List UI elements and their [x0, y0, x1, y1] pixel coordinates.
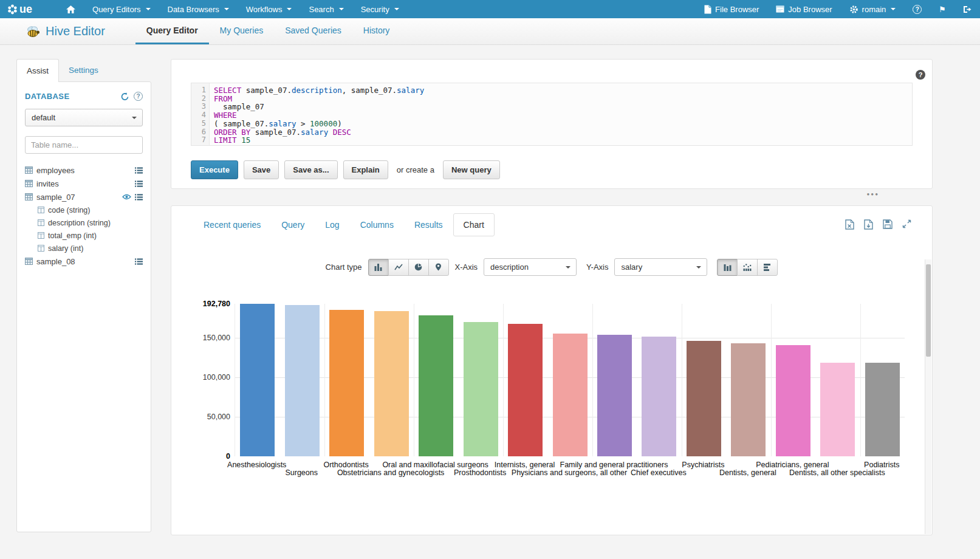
- x-axis-label: Prosthodontists: [454, 468, 506, 477]
- chart-type-bars-button[interactable]: [368, 259, 389, 276]
- or-create-text: or create a: [397, 165, 434, 174]
- bar-2[interactable]: [285, 305, 320, 456]
- column-icon: [38, 232, 44, 239]
- execute-button[interactable]: Execute: [191, 160, 238, 179]
- results-toolbar: [845, 219, 911, 230]
- tab-saved-queries[interactable]: Saved Queries: [274, 18, 352, 44]
- save-button[interactable]: Save: [244, 160, 279, 179]
- results-tab-recent-queries[interactable]: Recent queries: [193, 213, 271, 236]
- job-browser-link[interactable]: Job Browser: [767, 0, 840, 18]
- resize-handle-icon[interactable]: ●●●: [867, 191, 880, 197]
- column-icon: [38, 245, 44, 252]
- tab-assist[interactable]: Assist: [16, 59, 59, 82]
- column-item[interactable]: code (string): [25, 204, 143, 216]
- bar-13[interactable]: [776, 345, 810, 456]
- bar-4[interactable]: [374, 311, 409, 456]
- gridline: [592, 304, 593, 456]
- menu-workflows[interactable]: Workflows: [238, 0, 301, 18]
- bar-7[interactable]: [508, 324, 543, 456]
- table-filter-input[interactable]: [25, 136, 143, 154]
- file-browser-link[interactable]: File Browser: [696, 0, 767, 18]
- results-tab-query[interactable]: Query: [271, 213, 315, 236]
- tab-settings[interactable]: Settings: [59, 59, 108, 81]
- table-item-invites[interactable]: invites: [25, 177, 143, 190]
- y-tick-label: 50,000: [207, 413, 230, 421]
- bar-1[interactable]: [240, 304, 275, 456]
- new-query-button[interactable]: New query: [443, 160, 500, 179]
- table-menu-icon[interactable]: [135, 258, 143, 265]
- export-csv-icon[interactable]: [864, 219, 873, 230]
- results-tab-log[interactable]: Log: [315, 213, 349, 236]
- column-item[interactable]: description (string): [25, 216, 143, 229]
- orientation-grouped-button[interactable]: [737, 259, 758, 276]
- chart-type-map-button[interactable]: [428, 259, 449, 276]
- help-button[interactable]: ?: [904, 0, 930, 18]
- menu-security[interactable]: Security: [352, 0, 408, 18]
- user-menu[interactable]: romain: [841, 0, 905, 18]
- logout-button[interactable]: [954, 0, 980, 18]
- editor-help-icon[interactable]: ?: [916, 70, 925, 80]
- panel-resize-strip: ●●●: [171, 189, 933, 205]
- results-scrollbar[interactable]: [925, 259, 931, 534]
- table-item-sample_08[interactable]: sample_08: [25, 255, 143, 268]
- bar-12[interactable]: [731, 343, 766, 456]
- bar-11[interactable]: [687, 341, 721, 456]
- hue-logo[interactable]: ue: [0, 0, 39, 18]
- menu-query-editors[interactable]: Query Editors: [84, 0, 159, 18]
- results-tab-chart[interactable]: Chart: [453, 213, 495, 236]
- bar-5[interactable]: [419, 315, 453, 456]
- gridline: [771, 304, 772, 456]
- scrollbar-thumb[interactable]: [926, 264, 931, 357]
- chart-type-pie-button[interactable]: [408, 259, 429, 276]
- table-item-sample_07[interactable]: sample_07: [25, 190, 143, 204]
- bar-9[interactable]: [597, 335, 632, 456]
- table-icon: [25, 258, 33, 265]
- bar-8[interactable]: [553, 334, 588, 456]
- flag-icon: ⚑: [939, 5, 946, 13]
- assist-help-icon[interactable]: ?: [134, 92, 143, 101]
- chart-type-line-button[interactable]: [388, 259, 409, 276]
- x-axis-label: Psychiatrists: [682, 461, 724, 469]
- column-item[interactable]: salary (int): [25, 242, 143, 255]
- table-name: sample_08: [36, 257, 75, 266]
- table-menu-icon[interactable]: [135, 167, 143, 174]
- column-item[interactable]: total_emp (int): [25, 229, 143, 242]
- save-as-button[interactable]: Save as...: [284, 160, 337, 179]
- y-axis-select[interactable]: salary: [614, 258, 707, 276]
- sql-editor[interactable]: 1234567 SELECT sample_07.description, sa…: [191, 83, 913, 146]
- menu-data-browsers[interactable]: Data Browsers: [159, 0, 238, 18]
- database-select-value: default: [32, 113, 55, 122]
- orientation-vertical-button[interactable]: [717, 259, 738, 276]
- table-menu-icon[interactable]: [135, 180, 143, 187]
- bar-15[interactable]: [865, 363, 900, 456]
- orientation-horizontal-button[interactable]: [757, 259, 778, 276]
- explain-button[interactable]: Explain: [343, 160, 388, 179]
- tab-my-queries[interactable]: My Queries: [209, 18, 275, 44]
- menu-search[interactable]: Search: [300, 0, 352, 18]
- tab-query-editor[interactable]: Query Editor: [135, 18, 209, 44]
- preview-eye-icon[interactable]: [122, 194, 131, 200]
- database-select[interactable]: default: [25, 109, 143, 126]
- bar-14[interactable]: [820, 363, 855, 456]
- refresh-icon[interactable]: [120, 92, 129, 101]
- feedback-button[interactable]: ⚑: [930, 0, 954, 18]
- x-axis-label: Orthodontists: [323, 461, 368, 469]
- results-tab-columns[interactable]: Columns: [350, 213, 404, 236]
- home-button[interactable]: [58, 0, 84, 18]
- table-item-employees[interactable]: employees: [25, 163, 143, 177]
- tab-history[interactable]: History: [352, 18, 401, 44]
- table-menu-icon[interactable]: [135, 194, 143, 201]
- bar-6[interactable]: [464, 322, 498, 456]
- bar-10[interactable]: [642, 337, 676, 456]
- x-axis-label: Pediatricians, general: [756, 461, 829, 469]
- x-axis-label: Family and general practitioners: [560, 461, 668, 469]
- x-axis-select[interactable]: description: [484, 258, 577, 276]
- save-results-icon[interactable]: [883, 219, 893, 230]
- x-axis-label: Dentists, general: [719, 468, 776, 477]
- bar-3[interactable]: [329, 310, 364, 456]
- results-tab-results[interactable]: Results: [404, 213, 453, 236]
- table-icon: [25, 193, 33, 201]
- export-xls-icon[interactable]: [845, 219, 854, 230]
- app-brand[interactable]: Hive Editor: [26, 18, 105, 44]
- expand-results-icon[interactable]: [902, 219, 911, 230]
